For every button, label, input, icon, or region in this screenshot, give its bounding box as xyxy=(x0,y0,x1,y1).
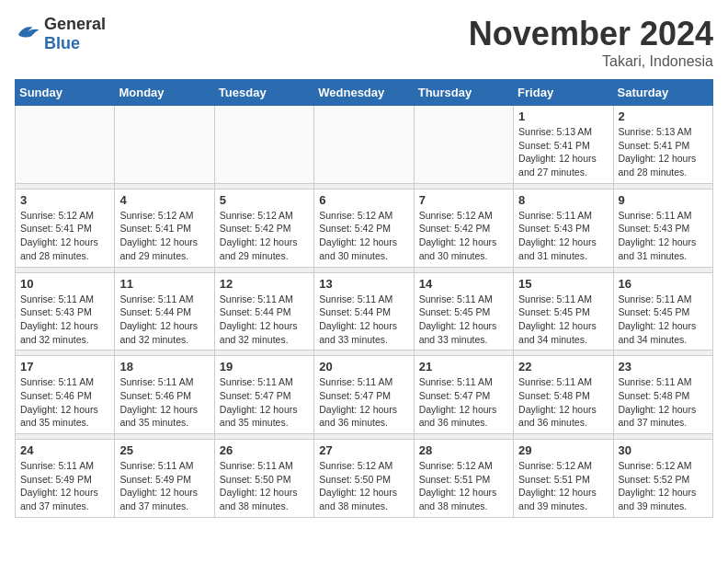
calendar-header-friday: Friday xyxy=(514,80,613,106)
day-number: 24 xyxy=(20,443,109,457)
day-number: 6 xyxy=(319,193,408,207)
calendar-cell: 3Sunrise: 5:12 AM Sunset: 5:41 PM Daylig… xyxy=(16,189,115,267)
day-number: 25 xyxy=(119,443,209,457)
title-area: November 2024 Takari, Indonesia xyxy=(469,15,713,70)
calendar-cell: 13Sunrise: 5:11 AM Sunset: 5:44 PM Dayli… xyxy=(314,272,414,350)
calendar-header-sunday: Sunday xyxy=(16,80,115,106)
calendar-cell: 20Sunrise: 5:11 AM Sunset: 5:47 PM Dayli… xyxy=(314,356,414,434)
day-info: Sunrise: 5:11 AM Sunset: 5:47 PM Dayligh… xyxy=(220,375,309,430)
day-number: 14 xyxy=(419,277,508,291)
calendar-week-row: 17Sunrise: 5:11 AM Sunset: 5:46 PM Dayli… xyxy=(16,356,713,434)
day-number: 4 xyxy=(119,193,209,207)
calendar-cell: 25Sunrise: 5:11 AM Sunset: 5:49 PM Dayli… xyxy=(115,440,214,518)
day-info: Sunrise: 5:12 AM Sunset: 5:41 PM Dayligh… xyxy=(119,209,209,263)
calendar-header-monday: Monday xyxy=(115,80,214,106)
calendar-cell: 8Sunrise: 5:11 AM Sunset: 5:43 PM Daylig… xyxy=(514,189,613,267)
day-number: 19 xyxy=(220,360,309,373)
day-number: 17 xyxy=(20,360,109,373)
calendar-header-thursday: Thursday xyxy=(414,80,513,106)
calendar-cell: 10Sunrise: 5:11 AM Sunset: 5:43 PM Dayli… xyxy=(16,272,115,350)
day-number: 20 xyxy=(319,360,408,373)
calendar-cell: 18Sunrise: 5:11 AM Sunset: 5:46 PM Dayli… xyxy=(115,356,214,434)
day-number: 15 xyxy=(518,277,608,291)
calendar-cell: 19Sunrise: 5:11 AM Sunset: 5:47 PM Dayli… xyxy=(214,356,313,434)
day-number: 1 xyxy=(518,109,608,123)
day-info: Sunrise: 5:11 AM Sunset: 5:46 PM Dayligh… xyxy=(20,375,109,430)
calendar-cell: 12Sunrise: 5:11 AM Sunset: 5:44 PM Dayli… xyxy=(214,272,313,350)
day-number: 3 xyxy=(20,193,109,207)
calendar-cell: 16Sunrise: 5:11 AM Sunset: 5:45 PM Dayli… xyxy=(613,272,712,350)
day-info: Sunrise: 5:11 AM Sunset: 5:49 PM Dayligh… xyxy=(119,459,209,513)
day-info: Sunrise: 5:11 AM Sunset: 5:44 PM Dayligh… xyxy=(319,293,408,347)
calendar-header-row: SundayMondayTuesdayWednesdayThursdayFrid… xyxy=(16,80,713,106)
day-info: Sunrise: 5:11 AM Sunset: 5:44 PM Dayligh… xyxy=(220,293,309,347)
calendar-cell xyxy=(214,106,313,184)
day-info: Sunrise: 5:12 AM Sunset: 5:41 PM Dayligh… xyxy=(20,209,109,263)
day-info: Sunrise: 5:12 AM Sunset: 5:42 PM Dayligh… xyxy=(220,209,309,263)
day-info: Sunrise: 5:12 AM Sunset: 5:52 PM Dayligh… xyxy=(619,459,708,513)
day-number: 2 xyxy=(619,109,708,123)
calendar-cell: 24Sunrise: 5:11 AM Sunset: 5:49 PM Dayli… xyxy=(16,440,115,518)
calendar: SundayMondayTuesdayWednesdayThursdayFrid… xyxy=(15,79,713,518)
day-info: Sunrise: 5:11 AM Sunset: 5:49 PM Dayligh… xyxy=(20,459,109,513)
logo: General Blue xyxy=(15,15,106,53)
calendar-week-row: 24Sunrise: 5:11 AM Sunset: 5:49 PM Dayli… xyxy=(16,440,713,518)
calendar-cell xyxy=(115,106,214,184)
calendar-cell: 15Sunrise: 5:11 AM Sunset: 5:45 PM Dayli… xyxy=(514,272,613,350)
day-number: 8 xyxy=(518,193,608,207)
calendar-cell: 21Sunrise: 5:11 AM Sunset: 5:47 PM Dayli… xyxy=(414,356,513,434)
calendar-cell: 14Sunrise: 5:11 AM Sunset: 5:45 PM Dayli… xyxy=(414,272,513,350)
day-info: Sunrise: 5:11 AM Sunset: 5:46 PM Dayligh… xyxy=(119,375,209,430)
day-info: Sunrise: 5:12 AM Sunset: 5:42 PM Dayligh… xyxy=(419,209,508,263)
calendar-cell: 22Sunrise: 5:11 AM Sunset: 5:48 PM Dayli… xyxy=(514,356,613,434)
day-info: Sunrise: 5:13 AM Sunset: 5:41 PM Dayligh… xyxy=(619,125,708,179)
day-number: 13 xyxy=(319,277,408,291)
day-number: 30 xyxy=(619,443,708,457)
calendar-cell: 9Sunrise: 5:11 AM Sunset: 5:43 PM Daylig… xyxy=(613,189,712,267)
day-number: 21 xyxy=(419,360,508,373)
day-info: Sunrise: 5:11 AM Sunset: 5:45 PM Dayligh… xyxy=(619,293,708,347)
day-number: 28 xyxy=(419,443,508,457)
day-number: 18 xyxy=(119,360,209,373)
day-info: Sunrise: 5:11 AM Sunset: 5:48 PM Dayligh… xyxy=(619,375,708,430)
calendar-cell xyxy=(314,106,414,184)
month-title: November 2024 xyxy=(469,15,713,53)
day-number: 22 xyxy=(518,360,608,373)
header: General Blue November 2024 Takari, Indon… xyxy=(15,15,713,70)
day-info: Sunrise: 5:11 AM Sunset: 5:48 PM Dayligh… xyxy=(518,375,608,430)
day-number: 5 xyxy=(220,193,309,207)
day-number: 12 xyxy=(220,277,309,291)
day-info: Sunrise: 5:11 AM Sunset: 5:45 PM Dayligh… xyxy=(419,293,508,347)
calendar-week-row: 1Sunrise: 5:13 AM Sunset: 5:41 PM Daylig… xyxy=(16,106,713,184)
day-info: Sunrise: 5:11 AM Sunset: 5:45 PM Dayligh… xyxy=(518,293,608,347)
calendar-week-row: 10Sunrise: 5:11 AM Sunset: 5:43 PM Dayli… xyxy=(16,272,713,350)
day-info: Sunrise: 5:11 AM Sunset: 5:43 PM Dayligh… xyxy=(619,209,708,263)
day-info: Sunrise: 5:11 AM Sunset: 5:43 PM Dayligh… xyxy=(518,209,608,263)
calendar-cell: 30Sunrise: 5:12 AM Sunset: 5:52 PM Dayli… xyxy=(613,440,712,518)
calendar-cell: 7Sunrise: 5:12 AM Sunset: 5:42 PM Daylig… xyxy=(414,189,513,267)
calendar-header-tuesday: Tuesday xyxy=(214,80,313,106)
day-number: 10 xyxy=(20,277,109,291)
calendar-cell xyxy=(414,106,513,184)
calendar-cell: 17Sunrise: 5:11 AM Sunset: 5:46 PM Dayli… xyxy=(16,356,115,434)
calendar-cell: 1Sunrise: 5:13 AM Sunset: 5:41 PM Daylig… xyxy=(514,106,613,184)
calendar-week-row: 3Sunrise: 5:12 AM Sunset: 5:41 PM Daylig… xyxy=(16,189,713,267)
day-info: Sunrise: 5:12 AM Sunset: 5:42 PM Dayligh… xyxy=(319,209,408,263)
calendar-cell: 23Sunrise: 5:11 AM Sunset: 5:48 PM Dayli… xyxy=(613,356,712,434)
day-number: 11 xyxy=(119,277,209,291)
day-number: 29 xyxy=(518,443,608,457)
day-number: 27 xyxy=(319,443,408,457)
day-info: Sunrise: 5:12 AM Sunset: 5:51 PM Dayligh… xyxy=(518,459,608,513)
calendar-cell: 4Sunrise: 5:12 AM Sunset: 5:41 PM Daylig… xyxy=(115,189,214,267)
day-number: 26 xyxy=(220,443,309,457)
day-info: Sunrise: 5:11 AM Sunset: 5:44 PM Dayligh… xyxy=(119,293,209,347)
calendar-cell: 29Sunrise: 5:12 AM Sunset: 5:51 PM Dayli… xyxy=(514,440,613,518)
day-number: 9 xyxy=(619,193,708,207)
calendar-cell: 28Sunrise: 5:12 AM Sunset: 5:51 PM Dayli… xyxy=(414,440,513,518)
logo-bird-icon xyxy=(15,23,40,41)
calendar-header-wednesday: Wednesday xyxy=(314,80,414,106)
day-info: Sunrise: 5:11 AM Sunset: 5:50 PM Dayligh… xyxy=(220,459,309,513)
day-info: Sunrise: 5:13 AM Sunset: 5:41 PM Dayligh… xyxy=(518,125,608,179)
day-info: Sunrise: 5:12 AM Sunset: 5:50 PM Dayligh… xyxy=(319,459,408,513)
day-number: 7 xyxy=(419,193,508,207)
